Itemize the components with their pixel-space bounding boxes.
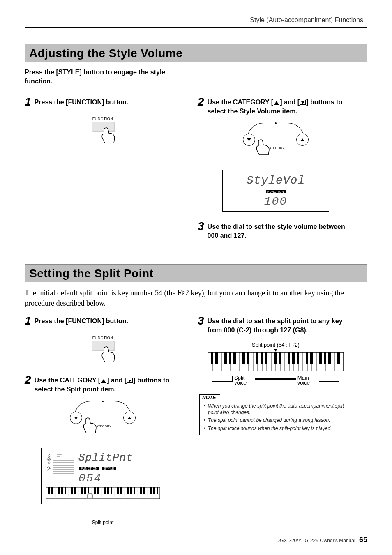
svg-rect-31 [117, 487, 119, 494]
svg-rect-19 [61, 487, 63, 494]
section2-step2: 2 Use the CATEGORY [] and [] buttons to … [25, 376, 181, 394]
step-text: Press the [FUNCTION] button. [35, 98, 128, 107]
note-item: The split voice sounds when the split-po… [204, 426, 350, 432]
svg-rect-95 [297, 352, 299, 364]
note-heading: NOTE [199, 394, 220, 401]
svg-rect-83 [224, 352, 227, 364]
svg-rect-93 [288, 352, 290, 364]
category-up-icon [101, 378, 106, 383]
section1-step2: 2 Use the CATEGORY [] and [] buttons to … [198, 98, 354, 115]
category-buttons-illustration: CATEGORY [235, 123, 317, 160]
category-up-icon [274, 100, 279, 105]
svg-rect-40 [157, 487, 158, 494]
svg-rect-99 [324, 352, 326, 364]
staff-icon: 𝄞 𝄢 [46, 451, 74, 476]
svg-rect-33 [127, 487, 129, 494]
lcd-title: StyleVol [230, 174, 321, 187]
svg-rect-36 [140, 487, 142, 494]
svg-rect-101 [337, 352, 340, 364]
finger-icon [100, 126, 119, 146]
svg-rect-96 [306, 352, 308, 364]
svg-rect-27 [97, 487, 99, 494]
function-label: FUNCTION [80, 336, 125, 340]
step-text: Use the CATEGORY [] and [] buttons to se… [35, 376, 181, 394]
step-number: 3 [198, 221, 204, 232]
lcd-badge-function: FUNCTION [79, 467, 99, 470]
svg-rect-24 [84, 487, 86, 494]
page-footer: DGX-220/YPG-225 Owner's Manual 65 [276, 536, 367, 544]
lcd-badge-style: STYLE [102, 467, 116, 470]
svg-rect-37 [143, 487, 145, 494]
svg-text:𝄞: 𝄞 [46, 454, 51, 464]
category-down-icon [300, 100, 306, 105]
svg-rect-26 [94, 487, 96, 494]
svg-rect-21 [71, 487, 73, 494]
svg-rect-100 [328, 352, 331, 364]
section1-step3: 3 Use the dial to set the style volume b… [198, 222, 354, 240]
split-voice-label: Split voice [234, 375, 253, 385]
svg-rect-86 [242, 352, 245, 364]
svg-rect-17 [51, 487, 53, 494]
text-part: Use the CATEGORY [ [208, 99, 274, 106]
svg-rect-32 [120, 487, 122, 494]
svg-rect-23 [81, 487, 83, 494]
svg-rect-85 [233, 352, 236, 364]
lcd-value: 100 [230, 195, 321, 208]
keyboard-top-label: Split point (54 : F♯2) [208, 342, 344, 348]
section-title-split-point: Setting the Split Point [25, 264, 367, 282]
svg-rect-90 [265, 352, 267, 364]
svg-rect-16 [48, 487, 50, 494]
svg-rect-35 [134, 487, 135, 494]
svg-rect-81 [211, 352, 213, 364]
text-part: ] and [ [280, 99, 300, 106]
step-number: 2 [25, 374, 31, 386]
svg-rect-87 [247, 352, 249, 364]
finger-icon [100, 345, 119, 365]
lcd-badge-function: FUNCTION [266, 190, 286, 193]
svg-rect-88 [256, 352, 258, 364]
svg-rect-91 [274, 352, 277, 364]
lcd-value: 054 [77, 472, 160, 485]
pointer-down-icon [274, 349, 277, 352]
mini-keyboard-icon [46, 487, 160, 500]
step-text: Press the [FUNCTION] button. [35, 317, 128, 326]
split-point-callout: Split point [25, 520, 181, 525]
lcd-title: SplitPnt [77, 451, 160, 464]
svg-rect-94 [292, 352, 295, 364]
lcd-display-splitpnt: 𝄞 𝄢 SplitPnt FUNCTION STYLE 054 [41, 448, 164, 504]
step-text: Use the dial to set the split point to a… [208, 317, 354, 334]
section1-lead: Press the [STYLE] button to engage the s… [25, 68, 189, 85]
note-item: The split point cannot be changed during… [204, 417, 350, 424]
svg-rect-38 [150, 487, 152, 494]
svg-rect-34 [130, 487, 132, 494]
step-number: 2 [198, 96, 204, 108]
main-voice-label: Main voice [297, 375, 317, 385]
category-buttons-illustration: CATEGORY [62, 401, 144, 438]
note-item: When you change the split point the auto… [204, 403, 350, 416]
svg-rect-18 [58, 487, 60, 494]
svg-rect-84 [229, 352, 231, 364]
section1-step1: 1 Press the [FUNCTION] button. [25, 98, 181, 109]
svg-rect-97 [310, 352, 313, 364]
section2-body: The initial default split point is key n… [25, 288, 367, 309]
step-text: Use the CATEGORY [] and [] buttons to se… [208, 98, 354, 115]
svg-rect-89 [261, 352, 263, 364]
section-title-style-volume: Adjusting the Style Volume [25, 44, 367, 62]
svg-rect-82 [215, 352, 218, 364]
running-head: Style (Auto-accompaniment) Functions [25, 16, 367, 24]
text-part: Use the CATEGORY [ [35, 377, 101, 384]
svg-rect-29 [107, 487, 109, 494]
manual-title: DGX-220/YPG-225 Owner's Manual [276, 538, 355, 543]
svg-rect-39 [153, 487, 155, 494]
finger-icon [254, 138, 319, 158]
category-down-icon [127, 378, 133, 383]
header-rule [25, 27, 367, 28]
svg-rect-28 [104, 487, 106, 494]
function-button-illustration: FUNCTION [80, 336, 125, 364]
keyboard-diagram: Split point (54 : F♯2) [208, 342, 344, 385]
lcd-display-stylevol: StyleVol FUNCTION 100 [222, 170, 329, 212]
step-number: 1 [25, 96, 31, 108]
page-number: 65 [359, 536, 367, 544]
text-part: ] and [ [107, 377, 127, 384]
svg-rect-98 [319, 352, 322, 364]
